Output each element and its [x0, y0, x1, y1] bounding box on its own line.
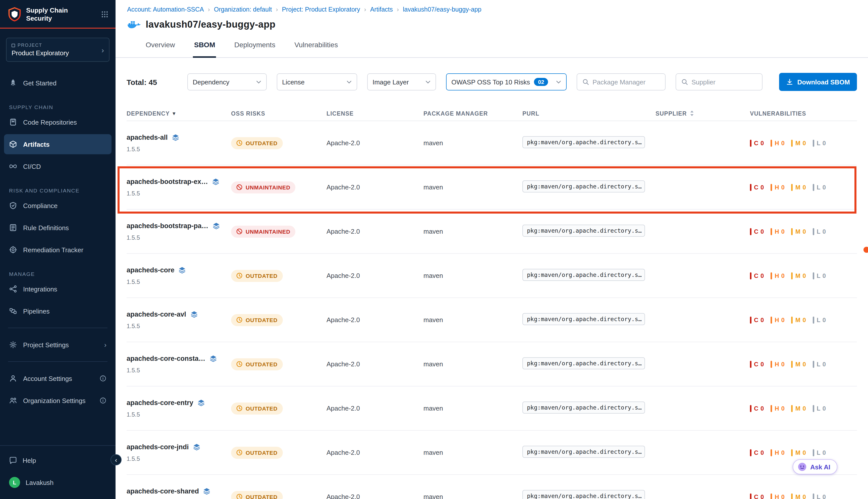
sidebar-item-code-repositories[interactable]: Code Repositories [4, 112, 112, 132]
layers-icon [210, 354, 217, 362]
table-row[interactable]: apacheds-core-consta… 1.5.5 OUTDATED Apa… [127, 342, 857, 387]
dependency-name[interactable]: apacheds-all [127, 133, 168, 141]
dependency-name[interactable]: apacheds-core-jndi [127, 443, 189, 451]
dependency-name[interactable]: apacheds-core-entry [127, 399, 194, 406]
dependency-name[interactable]: apacheds-core [127, 266, 175, 273]
purl-chip[interactable]: pkg:maven/org.apache.directory.s… [522, 446, 645, 458]
oss-risk-badge: UNMAINTAINED [231, 181, 295, 193]
breadcrumb-account[interactable]: Account: Automation-SSCA [127, 6, 204, 13]
ask-ai-button[interactable]: Ask AI [793, 459, 838, 474]
sidebar-item-pipelines[interactable]: Pipelines [4, 301, 112, 321]
critical-count: C 0 [750, 361, 764, 368]
tab-deployments[interactable]: Deployments [233, 41, 276, 58]
breadcrumb-artifacts[interactable]: Artifacts [370, 6, 393, 13]
dependency-name[interactable]: apacheds-core-shared [127, 487, 199, 495]
purl-chip[interactable]: pkg:maven/org.apache.directory.s… [522, 224, 645, 236]
sidebar-item-get-started[interactable]: Get Started [4, 73, 112, 93]
title-row: lavakush07/easy-buggy-app [127, 17, 868, 32]
download-sbom-button[interactable]: Download SBOM [779, 73, 857, 91]
user-menu[interactable]: L Lavakush [9, 474, 107, 491]
info-icon[interactable] [99, 375, 107, 382]
table-row-highlighted[interactable]: apacheds-bootstrap-ex… 1.5.5 UNMAINTAINE… [127, 165, 857, 209]
page-title: lavakush07/easy-buggy-app [146, 19, 275, 30]
medium-count: M 0 [791, 361, 806, 368]
table-row[interactable]: apacheds-core-jndi 1.5.5 OUTDATED Apache… [127, 431, 857, 475]
package-manager-value: maven [423, 183, 522, 191]
package-manager-search-input[interactable] [593, 78, 660, 86]
clock-icon [236, 405, 243, 412]
dependency-name[interactable]: apacheds-bootstrap-ex… [127, 178, 208, 185]
critical-count: C 0 [750, 493, 764, 499]
sidebar-item-artifacts[interactable]: Artifacts [4, 134, 112, 154]
dependency-version: 1.5.5 [127, 234, 231, 241]
medium-count: M 0 [791, 405, 806, 412]
sidebar-item-remediation-tracker[interactable]: Remediation Tracker [4, 240, 112, 260]
sidebar-item-integrations[interactable]: Integrations [4, 279, 112, 299]
breadcrumb-project[interactable]: Project: Product Exploratory [282, 6, 360, 13]
section-label-supply-chain: SUPPLY CHAIN [0, 104, 115, 110]
column-header-supplier[interactable]: SUPPLIER [656, 110, 750, 117]
image-layer-filter-dropdown[interactable]: Image Layer [367, 73, 436, 90]
supplier-search-input[interactable] [692, 78, 757, 86]
section-label-risk-compliance: RISK AND COMPLIANCE [0, 187, 115, 194]
tab-overview[interactable]: Overview [145, 41, 176, 58]
sidebar-item-rule-definitions[interactable]: Rule Definitions [4, 218, 112, 238]
sidebar-collapse-handle[interactable]: ‹ [111, 454, 122, 465]
sidebar-item-project-settings[interactable]: Project Settings › [4, 335, 112, 355]
purl-chip[interactable]: pkg:maven/org.apache.directory.s… [522, 180, 645, 192]
sidebar-item-label: Integrations [23, 285, 57, 293]
purl-chip[interactable]: pkg:maven/org.apache.directory.s… [522, 313, 645, 325]
search-icon [582, 78, 589, 85]
help-label: Help [23, 457, 36, 464]
license-value: Apache-2.0 [326, 493, 423, 499]
purl-chip[interactable]: pkg:maven/org.apache.directory.s… [522, 401, 645, 413]
owasp-risks-filter-dropdown[interactable]: OWASP OSS Top 10 Risks 02 [446, 73, 566, 90]
clock-icon [236, 317, 243, 323]
oss-risk-badge: OUTDATED [231, 491, 283, 499]
info-icon[interactable] [99, 397, 107, 404]
module-grid-icon[interactable] [101, 11, 109, 18]
project-selector[interactable]: PROJECT Product Exploratory › [6, 38, 110, 62]
sidebar-item-label: Artifacts [23, 141, 50, 148]
chevron-down-icon [346, 80, 351, 84]
dependency-version: 1.5.5 [127, 278, 231, 285]
sidebar-item-label: Project Settings [23, 341, 69, 349]
table-row[interactable]: apacheds-bootstrap-pa… 1.5.5 UNMAINTAINE… [127, 209, 857, 254]
purl-chip[interactable]: pkg:maven/org.apache.directory.s… [522, 490, 645, 499]
dependency-name[interactable]: apacheds-core-avl [127, 310, 186, 318]
package-manager-value: maven [423, 316, 522, 324]
sidebar-item-label: Organization Settings [23, 397, 86, 404]
table-row[interactable]: apacheds-all 1.5.5 OUTDATED Apache-2.0 m… [127, 121, 857, 165]
layers-icon [172, 133, 179, 141]
vulnerability-counts: C 0 H 0 M 0 L 0 [750, 316, 857, 324]
dependency-filter-dropdown[interactable]: Dependency [187, 73, 266, 90]
dependency-name[interactable]: apacheds-bootstrap-pa… [127, 222, 209, 229]
table-row[interactable]: apacheds-core-entry 1.5.5 OUTDATED Apach… [127, 387, 857, 431]
high-count: H 0 [771, 449, 785, 456]
table-row[interactable]: apacheds-core 1.5.5 OUTDATED Apache-2.0 … [127, 254, 857, 298]
breadcrumb-organization[interactable]: Organization: default [214, 6, 272, 13]
column-header-dependency[interactable]: DEPENDENCY▾ [127, 110, 231, 116]
tab-sbom[interactable]: SBOM [193, 41, 216, 58]
medium-count: M 0 [791, 449, 806, 456]
sidebar-item-organization-settings[interactable]: Organization Settings [4, 390, 112, 411]
section-label-manage: MANAGE [0, 271, 115, 277]
purl-chip[interactable]: pkg:maven/org.apache.directory.s… [522, 269, 645, 281]
sidebar-item-account-settings[interactable]: Account Settings [4, 368, 112, 388]
high-count: H 0 [771, 272, 785, 279]
sidebar-item-label: Compliance [23, 202, 58, 209]
purl-chip[interactable]: pkg:maven/org.apache.directory.s… [522, 136, 645, 148]
purl-chip[interactable]: pkg:maven/org.apache.directory.s… [522, 357, 645, 369]
medium-count: M 0 [791, 272, 806, 279]
sidebar-item-compliance[interactable]: Compliance [4, 195, 112, 216]
tab-vulnerabilities[interactable]: Vulnerabilities [293, 41, 339, 58]
gear-icon [9, 341, 17, 349]
docker-icon [127, 19, 141, 30]
prohibited-icon [236, 228, 243, 235]
table-row[interactable]: apacheds-core-shared 1.5.5 OUTDATED Apac… [127, 475, 857, 499]
help-button[interactable]: Help [9, 452, 107, 469]
dependency-name[interactable]: apacheds-core-consta… [127, 354, 206, 362]
license-filter-dropdown[interactable]: License [276, 73, 357, 90]
table-row[interactable]: apacheds-core-avl 1.5.5 OUTDATED Apache-… [127, 298, 857, 342]
sidebar-item-cicd[interactable]: CI/CD [4, 156, 112, 177]
